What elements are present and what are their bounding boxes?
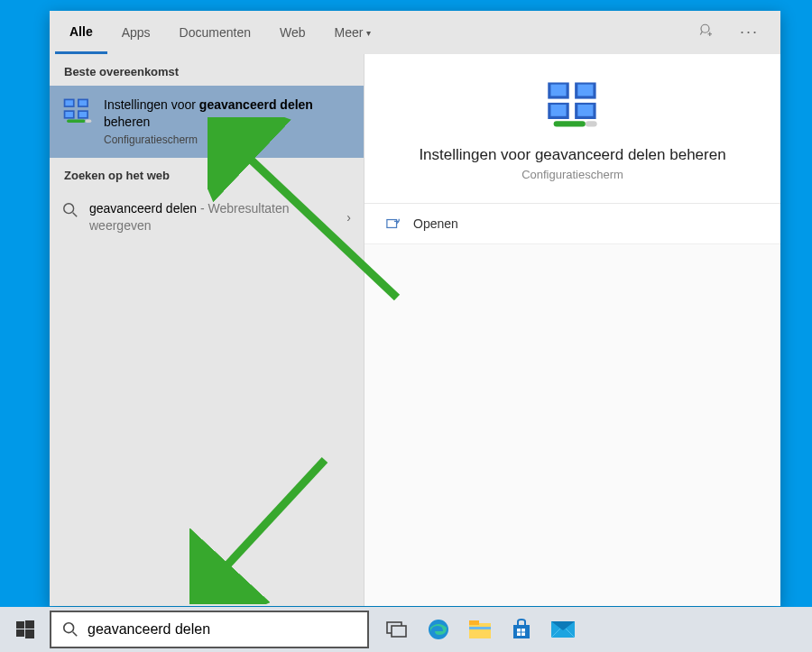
svg-rect-37 xyxy=(469,627,491,629)
start-button[interactable] xyxy=(0,607,50,652)
svg-point-11 xyxy=(64,204,74,214)
svg-rect-20 xyxy=(553,121,585,126)
taskbar-store[interactable] xyxy=(501,607,542,652)
windows-logo-icon xyxy=(16,620,34,638)
mail-icon xyxy=(550,620,576,638)
edge-icon xyxy=(427,618,450,641)
svg-rect-15 xyxy=(577,85,593,96)
web-search-result[interactable]: geavanceerd delen - Webresultaten weerge… xyxy=(50,189,364,245)
section-header-best-match: Beste overeenkomst xyxy=(50,54,364,86)
svg-rect-30 xyxy=(25,629,34,638)
section-header-web: Zoeken op het web xyxy=(50,158,364,189)
svg-rect-28 xyxy=(25,620,34,629)
svg-rect-33 xyxy=(392,626,406,637)
detail-title: Instellingen voor geavanceerd delen behe… xyxy=(419,146,725,164)
taskbar-mail[interactable] xyxy=(542,607,584,652)
web-result-text: geavanceerd delen - Webresultaten weerge… xyxy=(89,200,351,234)
network-sharing-icon xyxy=(544,79,602,130)
network-sharing-icon xyxy=(62,96,93,127)
file-explorer-icon xyxy=(468,620,492,639)
result-title: Instellingen voor geavanceerd delen behe… xyxy=(104,96,351,131)
svg-rect-10 xyxy=(86,120,92,123)
svg-rect-27 xyxy=(16,621,24,629)
svg-rect-9 xyxy=(67,120,85,123)
store-icon xyxy=(511,619,532,640)
best-match-result[interactable]: Instellingen voor geavanceerd delen behe… xyxy=(50,86,364,158)
svg-rect-4 xyxy=(79,100,88,106)
tab-web[interactable]: Web xyxy=(265,11,320,54)
detail-pane: Instellingen voor geavanceerd delen behe… xyxy=(364,54,780,606)
svg-rect-2 xyxy=(65,100,73,106)
svg-rect-13 xyxy=(550,85,566,96)
open-icon xyxy=(386,217,401,230)
svg-rect-8 xyxy=(79,112,88,117)
feedback-button[interactable] xyxy=(691,15,722,50)
svg-rect-29 xyxy=(16,629,24,637)
svg-rect-6 xyxy=(65,112,73,117)
taskbar xyxy=(0,607,812,652)
svg-rect-36 xyxy=(469,620,479,625)
tab-bar: Alle Apps Documenten Web Meer▾ ··· xyxy=(50,11,780,54)
chevron-down-icon: ▾ xyxy=(366,28,371,38)
detail-subtitle: Configuratiescherm xyxy=(521,168,623,181)
tab-apps[interactable]: Apps xyxy=(107,11,165,54)
svg-point-31 xyxy=(64,623,74,633)
search-input[interactable] xyxy=(88,621,356,638)
open-action[interactable]: Openen xyxy=(364,204,780,244)
search-results-panel: Alle Apps Documenten Web Meer▾ ··· Beste… xyxy=(50,11,780,606)
task-view-icon xyxy=(386,621,408,638)
open-label: Openen xyxy=(413,216,458,231)
search-icon xyxy=(62,202,78,218)
results-list: Beste overeenkomst Instellingen voor gea… xyxy=(50,54,364,606)
more-options-button[interactable]: ··· xyxy=(733,15,766,50)
taskbar-search-box[interactable] xyxy=(50,611,369,648)
result-subtitle: Configuratiescherm xyxy=(104,133,351,147)
chevron-right-icon: › xyxy=(346,210,351,225)
svg-rect-39 xyxy=(517,629,521,632)
tab-more[interactable]: Meer▾ xyxy=(320,11,386,54)
taskbar-edge[interactable] xyxy=(418,607,459,652)
svg-rect-17 xyxy=(550,105,566,116)
ellipsis-icon: ··· xyxy=(740,23,759,41)
tab-documents[interactable]: Documenten xyxy=(165,11,265,54)
svg-rect-19 xyxy=(577,105,593,116)
svg-rect-35 xyxy=(469,623,491,638)
svg-rect-42 xyxy=(521,633,525,637)
svg-rect-41 xyxy=(517,633,521,637)
svg-rect-40 xyxy=(521,629,525,632)
feedback-icon xyxy=(698,23,715,39)
task-view-button[interactable] xyxy=(376,607,418,652)
search-icon xyxy=(62,621,78,638)
taskbar-explorer[interactable] xyxy=(459,607,501,652)
tab-all[interactable]: Alle xyxy=(55,11,107,54)
svg-rect-21 xyxy=(585,121,596,126)
